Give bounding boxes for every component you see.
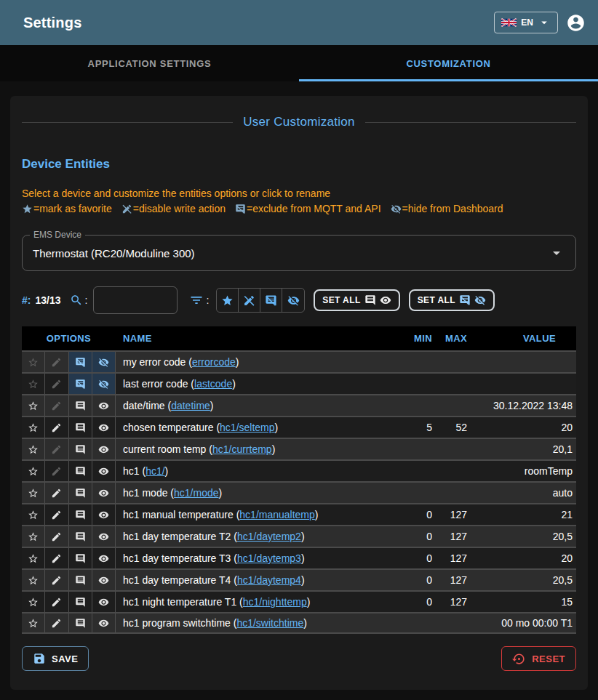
- comment-icon: [75, 422, 86, 433]
- tab-customization[interactable]: CUSTOMIZATION: [299, 45, 598, 81]
- favorite-button[interactable]: [22, 548, 45, 568]
- visibility-button[interactable]: [92, 526, 116, 547]
- entity-link[interactable]: errorcode: [192, 356, 236, 368]
- entity-link[interactable]: datetime: [171, 400, 210, 411]
- edit-button[interactable]: [45, 548, 68, 568]
- visibility-button[interactable]: [92, 570, 116, 590]
- legend-exclude-mqtt: =exclude from MQTT and API: [235, 203, 381, 214]
- filter-exclude-mqtt-toggle[interactable]: [260, 289, 282, 312]
- favorite-button[interactable]: [22, 504, 45, 525]
- mqtt-exclude-button[interactable]: [69, 374, 92, 394]
- favorite-button[interactable]: [22, 526, 45, 547]
- edit-button[interactable]: [45, 352, 68, 372]
- visibility-button[interactable]: [92, 439, 116, 459]
- entity-max: 127: [432, 504, 467, 525]
- header-value: VALUE: [467, 333, 576, 344]
- mqtt-exclude-button[interactable]: [69, 352, 92, 372]
- account-circle-icon[interactable]: [566, 13, 586, 33]
- set-all-visible-button[interactable]: SET ALL: [314, 289, 399, 311]
- edit-button[interactable]: [45, 417, 68, 438]
- legend-hide-dashboard: =hide from Dashboard: [391, 203, 503, 214]
- reset-button[interactable]: RESET: [501, 646, 576, 671]
- filter-disable-write-toggle[interactable]: [239, 289, 260, 312]
- favorite-button[interactable]: [22, 352, 45, 372]
- edit-button[interactable]: [45, 592, 68, 612]
- set-all-hidden-button[interactable]: SET ALL: [409, 289, 495, 311]
- mqtt-exclude-button[interactable]: [69, 504, 92, 525]
- mqtt-exclude-button[interactable]: [69, 417, 92, 438]
- search-input[interactable]: [93, 286, 178, 314]
- entity-link[interactable]: hc1/currtemp: [212, 443, 272, 455]
- edit-button[interactable]: [45, 570, 68, 590]
- ems-device-select[interactable]: EMS Device Thermostat (RC20/Moduline 300…: [22, 235, 576, 271]
- mqtt-exclude-button[interactable]: [69, 395, 92, 416]
- entity-link[interactable]: hc1/switchtime: [236, 617, 303, 629]
- favorite-button[interactable]: [22, 483, 45, 503]
- edit-icon: [51, 597, 62, 608]
- tab-application-settings[interactable]: APPLICATION SETTINGS: [0, 45, 299, 81]
- language-select[interactable]: EN: [494, 12, 558, 33]
- edit-button[interactable]: [45, 395, 68, 416]
- entity-link[interactable]: hc1/: [145, 465, 164, 477]
- visibility-button[interactable]: [92, 504, 116, 525]
- edit-button[interactable]: [45, 526, 68, 547]
- visibility-icon: [98, 444, 109, 455]
- edit-button[interactable]: [45, 374, 68, 394]
- entity-link[interactable]: hc1/nighttemp: [243, 596, 307, 608]
- mqtt-exclude-button[interactable]: [69, 613, 92, 632]
- favorite-button[interactable]: [22, 395, 45, 416]
- visibility-button[interactable]: [92, 417, 116, 438]
- favorite-button[interactable]: [22, 439, 45, 459]
- entity-max: [432, 613, 467, 632]
- edit-icon: [51, 422, 62, 433]
- comment-icon: [75, 618, 86, 629]
- mqtt-exclude-button[interactable]: [69, 483, 92, 503]
- visibility-button[interactable]: [92, 395, 116, 416]
- comments-disabled-icon: [75, 357, 86, 368]
- visibility-button[interactable]: [92, 548, 116, 568]
- mqtt-exclude-button[interactable]: [69, 526, 92, 547]
- comment-icon: [75, 553, 86, 564]
- actions-row: SAVE RESET: [22, 646, 576, 671]
- favorite-button[interactable]: [22, 374, 45, 394]
- filter-favorite-toggle[interactable]: [217, 289, 239, 312]
- edit-icon: [51, 618, 62, 629]
- entity-min: 0: [400, 504, 432, 525]
- comments-disabled-icon: [459, 294, 471, 306]
- mqtt-exclude-button[interactable]: [69, 548, 92, 568]
- entity-link[interactable]: hc1/mode: [174, 487, 218, 499]
- favorite-button[interactable]: [22, 461, 45, 481]
- edit-button[interactable]: [45, 461, 68, 481]
- save-button[interactable]: SAVE: [22, 646, 89, 671]
- edit-button[interactable]: [45, 439, 68, 459]
- mqtt-exclude-button[interactable]: [69, 570, 92, 590]
- visibility-icon: [98, 597, 109, 608]
- favorite-button[interactable]: [22, 417, 45, 438]
- mqtt-exclude-button[interactable]: [69, 461, 92, 481]
- favorite-button[interactable]: [22, 613, 45, 632]
- favorite-button[interactable]: [22, 592, 45, 612]
- edit-button[interactable]: [45, 504, 68, 525]
- entity-link[interactable]: hc1/daytemp2: [237, 531, 301, 542]
- mqtt-exclude-button[interactable]: [69, 592, 92, 612]
- visibility-button[interactable]: [92, 352, 116, 372]
- entity-min: 0: [400, 526, 432, 547]
- entity-link[interactable]: hc1/manualtemp: [239, 509, 315, 520]
- visibility-button[interactable]: [92, 461, 116, 481]
- visibility-button[interactable]: [92, 592, 116, 612]
- edit-icon: [51, 444, 62, 455]
- visibility-button[interactable]: [92, 374, 116, 394]
- mqtt-exclude-button[interactable]: [69, 439, 92, 459]
- table-row: my error code (errorcode): [22, 350, 576, 372]
- edit-button[interactable]: [45, 483, 68, 503]
- entity-link[interactable]: hc1/seltemp: [220, 422, 274, 433]
- edit-button[interactable]: [45, 613, 68, 632]
- filter-hide-dashboard-toggle[interactable]: [282, 289, 304, 312]
- entity-link[interactable]: lastcode: [194, 378, 232, 390]
- visibility-button[interactable]: [92, 613, 116, 632]
- entity-link[interactable]: hc1/daytemp3: [237, 552, 301, 564]
- entity-link[interactable]: hc1/daytemp4: [237, 574, 301, 586]
- favorite-button[interactable]: [22, 570, 45, 590]
- filter-list-icon: [189, 293, 204, 307]
- visibility-button[interactable]: [92, 483, 116, 503]
